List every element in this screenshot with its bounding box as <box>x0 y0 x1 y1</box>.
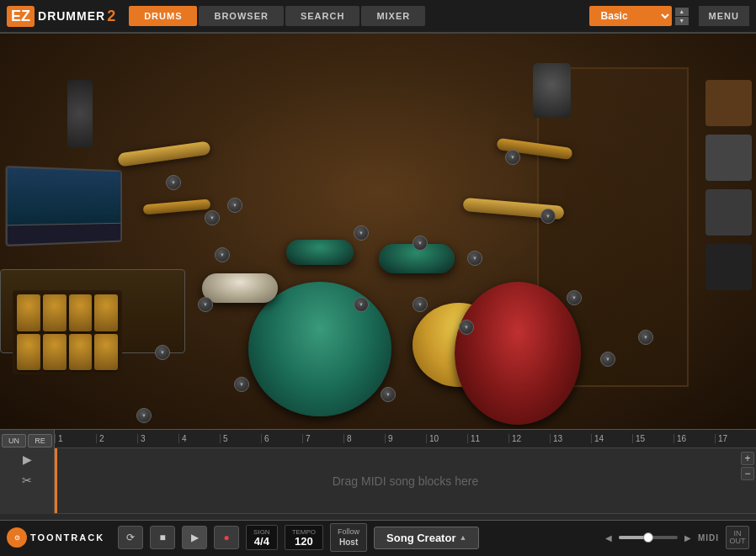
pad-7[interactable] <box>69 334 93 371</box>
timeline-num-5: 5 <box>220 434 261 443</box>
toontrack-logo-text: TOONTRACK <box>30 532 104 543</box>
drum-ctrl-btn-1[interactable] <box>205 210 220 225</box>
speaker-right <box>533 63 571 118</box>
timeline-num-4: 4 <box>178 434 220 443</box>
toontrack-logo-icon: ⊙ <box>7 527 27 548</box>
second-bass-drum[interactable] <box>455 282 581 425</box>
song-creator-label: Song Creator <box>386 532 455 544</box>
tab-drums[interactable]: DRUMS <box>129 6 197 26</box>
stop-button[interactable]: ■ <box>150 526 175 549</box>
tab-mixer[interactable]: MIXER <box>361 6 425 26</box>
drum-ctrl-btn-3[interactable] <box>227 198 242 213</box>
drum-ctrl-btn-20[interactable] <box>155 345 170 360</box>
drum-ctrl-btn-11[interactable] <box>381 387 396 402</box>
timeline-num-7: 7 <box>302 434 343 443</box>
tempo-value: 120 <box>295 536 313 547</box>
drag-hint: Drag MIDI song blocks here <box>333 474 479 488</box>
toontrack-logo: ⊙ TOONTRACK <box>7 527 104 548</box>
preset-down[interactable]: ▼ <box>675 17 689 25</box>
tempo-display: Tempo 120 <box>285 525 323 550</box>
timeline-num-6: 6 <box>261 434 302 443</box>
drum-ctrl-btn-13[interactable] <box>600 352 615 367</box>
menu-button[interactable]: MENU <box>699 6 749 26</box>
follow-value: Host <box>338 537 359 548</box>
volume-slider[interactable] <box>619 536 678 539</box>
drum-ctrl-btn-17[interactable] <box>215 247 230 262</box>
right-instrument-3[interactable] <box>705 189 752 236</box>
timeline-num-16: 16 <box>673 434 715 443</box>
timeline-numbers: 1 2 3 4 5 6 7 8 9 10 11 12 13 14 15 16 1… <box>55 430 756 447</box>
drum-ctrl-btn-9[interactable] <box>413 297 428 312</box>
drum-ctrl-btn-18[interactable] <box>459 320 474 335</box>
drum-ctrl-btn-6[interactable] <box>467 251 482 266</box>
right-instrument-4[interactable] <box>705 244 752 290</box>
record-button[interactable]: ● <box>214 526 239 549</box>
drum-ctrl-btn-10[interactable] <box>234 377 249 392</box>
pad-1[interactable] <box>17 294 40 331</box>
pad-4[interactable] <box>94 294 118 331</box>
volume-knob[interactable] <box>643 532 653 543</box>
pad-2[interactable] <box>43 294 67 331</box>
pad-controller <box>13 290 122 374</box>
play-button[interactable]: ▶ <box>182 526 207 549</box>
drum-ctrl-btn-2[interactable] <box>166 175 181 190</box>
timeline-num-10: 10 <box>426 434 467 443</box>
bottom-bar: ⊙ TOONTRACK ⟳ ■ ▶ ● Sign 4/4 Tempo 120 F… <box>0 520 756 554</box>
pad-8[interactable] <box>94 334 118 371</box>
time-signature-display: Sign 4/4 <box>246 525 278 550</box>
select-tool[interactable]: ▶ <box>20 450 35 469</box>
midi-in-out-button[interactable]: IN OUT <box>726 526 749 549</box>
pad-5[interactable] <box>17 334 40 371</box>
timeline-num-11: 11 <box>467 434 508 443</box>
bass-drum[interactable] <box>248 282 391 416</box>
speaker-left <box>67 80 93 147</box>
timeline-num-9: 9 <box>385 434 426 443</box>
drum-ctrl-btn-5[interactable] <box>413 236 428 251</box>
volume-left-arrow: ◀ <box>605 533 612 543</box>
song-creator-button[interactable]: Song Creator <box>374 527 479 549</box>
tom-1[interactable] <box>286 240 354 265</box>
timeline-zoom-buttons: + − <box>739 448 756 484</box>
drum-ctrl-btn-8[interactable] <box>354 297 369 312</box>
preset-select[interactable]: Basic Advanced Custom <box>589 6 672 26</box>
out-label: OUT <box>730 537 746 545</box>
preset-area: Basic Advanced Custom ▲ ▼ MENU <box>589 6 749 26</box>
snare-drum[interactable] <box>202 273 278 303</box>
right-instrument-1[interactable] <box>705 80 752 126</box>
drum-ctrl-btn-7[interactable] <box>198 297 213 312</box>
drum-ctrl-btn-12[interactable] <box>567 290 582 305</box>
timeline-num-3: 3 <box>137 434 178 443</box>
redo-button[interactable]: RE <box>28 434 52 447</box>
sign-value: 4/4 <box>254 536 269 547</box>
zoom-in-button[interactable]: + <box>741 452 754 465</box>
timeline-content[interactable]: Drag MIDI song blocks here <box>55 448 756 514</box>
follow-host-button[interactable]: Follow Host <box>330 523 367 553</box>
laptop-screen <box>8 167 120 225</box>
timeline-num-1: 1 <box>55 434 96 443</box>
undo-button[interactable]: UN <box>2 434 26 447</box>
timeline-area: UN RE ▶ ✂ 1 2 3 4 5 6 7 8 9 10 11 12 13 … <box>0 429 756 520</box>
pad-3[interactable] <box>69 294 93 331</box>
tab-search[interactable]: SEARCH <box>285 6 359 26</box>
right-instrument-2[interactable] <box>705 135 752 181</box>
tab-browser[interactable]: BROWSER <box>199 6 283 26</box>
midi-label: MIDI <box>698 533 719 543</box>
laptop <box>6 166 122 246</box>
loop-button[interactable]: ⟳ <box>118 526 143 549</box>
timeline-num-12: 12 <box>508 434 550 443</box>
timeline-num-8: 8 <box>343 434 385 443</box>
drum-ctrl-btn-4[interactable] <box>354 225 369 241</box>
follow-label: Follow <box>338 527 359 537</box>
drum-ctrl-btn-14[interactable] <box>638 330 653 345</box>
preset-up[interactable]: ▲ <box>675 8 689 16</box>
app-logo: EZ DRUMMER 2 <box>7 6 115 27</box>
logo-drummer: DRUMMER <box>38 9 105 23</box>
drum-ctrl-btn-19[interactable] <box>136 408 152 423</box>
timeline-num-15: 15 <box>632 434 673 443</box>
cut-tool[interactable]: ✂ <box>19 471 35 490</box>
timeline-num-13: 13 <box>550 434 591 443</box>
drum-ctrl-btn-15[interactable] <box>505 150 520 165</box>
zoom-out-button[interactable]: − <box>741 467 754 480</box>
pad-6[interactable] <box>43 334 67 371</box>
drum-ctrl-btn-16[interactable] <box>540 209 556 224</box>
